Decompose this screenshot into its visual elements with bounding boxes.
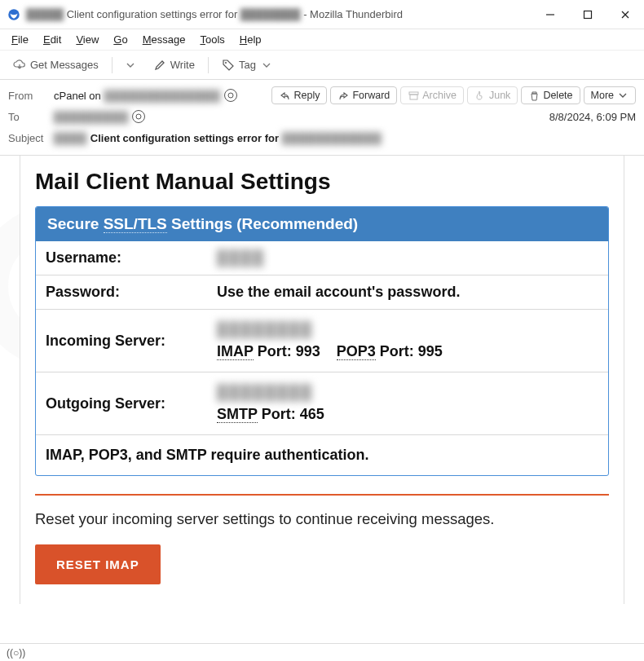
pencil-icon xyxy=(153,59,166,72)
svg-rect-2 xyxy=(584,11,592,18)
window-titlebar: █████ Client configuration settings erro… xyxy=(0,0,644,29)
status-bar: ((○)) xyxy=(0,643,644,661)
settings-row-auth-note: IMAP, POP3, and SMTP require authenticat… xyxy=(36,434,608,475)
chevron-down-icon xyxy=(124,59,137,72)
menubar: File Edit View Go Message Tools Help xyxy=(0,29,644,51)
svg-point-9 xyxy=(136,114,141,119)
archive-icon xyxy=(408,90,419,101)
forward-button[interactable]: Forward xyxy=(330,86,397,104)
reset-instruction-text: Reset your incoming server settings to c… xyxy=(35,510,609,528)
password-value: Use the email account's password. xyxy=(217,284,460,301)
settings-box: Secure SSL/TLS Settings (Recommended) Us… xyxy=(35,206,609,476)
separator xyxy=(112,57,112,73)
svg-point-5 xyxy=(225,62,227,64)
get-messages-button[interactable]: Get Messages xyxy=(7,55,105,75)
more-button[interactable]: More xyxy=(584,86,636,104)
reply-button[interactable]: Reply xyxy=(271,86,327,104)
tag-icon xyxy=(222,59,235,72)
from-label: From xyxy=(8,90,54,102)
menu-message[interactable]: Message xyxy=(136,31,192,48)
username-value: ████ xyxy=(217,249,265,267)
menu-help[interactable]: Help xyxy=(233,31,268,48)
flame-icon xyxy=(474,90,486,101)
window-close-button[interactable] xyxy=(607,0,644,29)
message-body: pcrisk.com Mail Client Manual Settings S… xyxy=(0,156,644,644)
settings-row-password: Password: Use the email account's passwo… xyxy=(36,275,608,309)
to-label: To xyxy=(8,111,54,123)
svg-rect-8 xyxy=(410,95,417,99)
write-label: Write xyxy=(170,59,195,71)
thunderbird-icon xyxy=(7,7,21,22)
get-messages-label: Get Messages xyxy=(30,59,99,71)
settings-box-header: Secure SSL/TLS Settings (Recommended) xyxy=(36,207,608,241)
window-minimize-button[interactable] xyxy=(532,0,569,29)
tag-button[interactable]: Tag xyxy=(215,55,280,75)
separator xyxy=(208,57,209,73)
forward-icon xyxy=(337,90,349,101)
password-label: Password: xyxy=(46,284,217,301)
svg-point-0 xyxy=(8,9,20,20)
menu-file[interactable]: File xyxy=(5,31,35,48)
username-label: Username: xyxy=(46,249,217,267)
reply-icon xyxy=(279,90,290,101)
get-messages-dropdown[interactable] xyxy=(119,55,142,75)
chevron-down-icon xyxy=(260,59,273,72)
from-value: cPanel on ██████████████ xyxy=(54,89,237,102)
delete-button[interactable]: Delete xyxy=(521,86,580,104)
chevron-down-icon xyxy=(617,90,629,101)
email-title: Mail Client Manual Settings xyxy=(35,169,609,195)
connectivity-icon: ((○)) xyxy=(7,647,25,659)
message-date: 8/8/2024, 6:09 PM xyxy=(549,111,636,123)
tag-label: Tag xyxy=(239,59,256,71)
menu-edit[interactable]: Edit xyxy=(37,31,68,48)
settings-row-outgoing: Outgoing Server: ████████ SMTP Port: 465 xyxy=(36,372,608,434)
window-title: █████ Client configuration settings erro… xyxy=(26,8,403,20)
svg-point-6 xyxy=(228,93,233,98)
menu-view[interactable]: View xyxy=(69,31,105,48)
settings-row-incoming: Incoming Server: ████████ IMAP Port: 993… xyxy=(36,309,608,372)
junk-button[interactable]: Junk xyxy=(467,86,518,104)
to-value: █████████ xyxy=(54,110,145,123)
cloud-download-icon xyxy=(13,59,26,72)
outgoing-value: ████████ SMTP Port: 465 xyxy=(217,384,324,423)
subject-value: ████ Client configuration settings error… xyxy=(54,132,382,144)
trash-icon xyxy=(528,90,540,101)
incoming-label: Incoming Server: xyxy=(46,333,217,350)
toolbar: Get Messages Write Tag xyxy=(0,51,644,80)
window-maximize-button[interactable] xyxy=(569,0,607,29)
email-content: Mail Client Manual Settings Secure SSL/T… xyxy=(20,156,624,604)
message-header: From cPanel on ██████████████ Reply Forw… xyxy=(0,80,644,156)
archive-button[interactable]: Archive xyxy=(400,86,464,104)
menu-tools[interactable]: Tools xyxy=(193,31,231,48)
message-actions: Reply Forward Archive Junk Delete More xyxy=(271,86,636,104)
settings-row-username: Username: ████ xyxy=(36,241,608,275)
reset-imap-button[interactable]: RESET IMAP xyxy=(35,544,161,584)
divider xyxy=(35,494,609,496)
contact-icon[interactable] xyxy=(132,110,145,123)
menu-go[interactable]: Go xyxy=(107,31,134,48)
contact-icon[interactable] xyxy=(224,89,237,102)
outgoing-label: Outgoing Server: xyxy=(46,395,217,412)
write-button[interactable]: Write xyxy=(147,55,201,75)
subject-label: Subject xyxy=(8,132,54,144)
incoming-value: ████████ IMAP Port: 993 POP3 Port: 995 xyxy=(217,321,443,360)
